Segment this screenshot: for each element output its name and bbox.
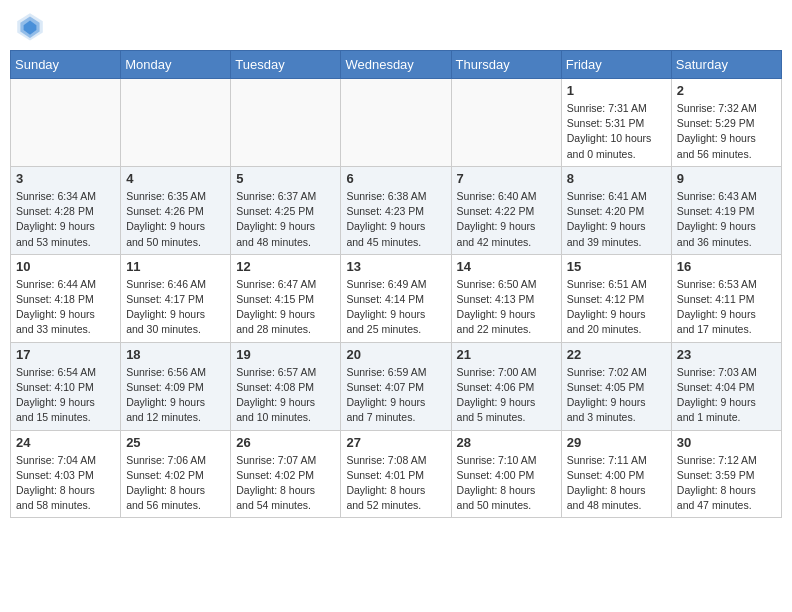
weekday-header-friday: Friday [561,51,671,79]
calendar-cell: 17Sunrise: 6:54 AM Sunset: 4:10 PM Dayli… [11,342,121,430]
calendar-cell: 16Sunrise: 6:53 AM Sunset: 4:11 PM Dayli… [671,254,781,342]
day-info: Sunrise: 6:43 AM Sunset: 4:19 PM Dayligh… [677,189,776,250]
day-number: 30 [677,435,776,450]
calendar-cell: 13Sunrise: 6:49 AM Sunset: 4:14 PM Dayli… [341,254,451,342]
day-info: Sunrise: 6:44 AM Sunset: 4:18 PM Dayligh… [16,277,115,338]
day-info: Sunrise: 6:37 AM Sunset: 4:25 PM Dayligh… [236,189,335,250]
day-info: Sunrise: 7:00 AM Sunset: 4:06 PM Dayligh… [457,365,556,426]
day-number: 2 [677,83,776,98]
day-info: Sunrise: 6:35 AM Sunset: 4:26 PM Dayligh… [126,189,225,250]
calendar-cell: 24Sunrise: 7:04 AM Sunset: 4:03 PM Dayli… [11,430,121,518]
weekday-header-sunday: Sunday [11,51,121,79]
day-number: 24 [16,435,115,450]
day-number: 8 [567,171,666,186]
weekday-header-tuesday: Tuesday [231,51,341,79]
day-number: 19 [236,347,335,362]
calendar-cell: 25Sunrise: 7:06 AM Sunset: 4:02 PM Dayli… [121,430,231,518]
calendar-cell: 29Sunrise: 7:11 AM Sunset: 4:00 PM Dayli… [561,430,671,518]
day-info: Sunrise: 6:40 AM Sunset: 4:22 PM Dayligh… [457,189,556,250]
day-info: Sunrise: 6:47 AM Sunset: 4:15 PM Dayligh… [236,277,335,338]
calendar-cell: 3Sunrise: 6:34 AM Sunset: 4:28 PM Daylig… [11,166,121,254]
day-info: Sunrise: 7:12 AM Sunset: 3:59 PM Dayligh… [677,453,776,514]
calendar-cell: 28Sunrise: 7:10 AM Sunset: 4:00 PM Dayli… [451,430,561,518]
calendar-week-2: 3Sunrise: 6:34 AM Sunset: 4:28 PM Daylig… [11,166,782,254]
day-number: 7 [457,171,556,186]
calendar-cell: 20Sunrise: 6:59 AM Sunset: 4:07 PM Dayli… [341,342,451,430]
calendar-cell: 9Sunrise: 6:43 AM Sunset: 4:19 PM Daylig… [671,166,781,254]
calendar-cell [121,79,231,167]
day-number: 26 [236,435,335,450]
day-number: 11 [126,259,225,274]
calendar-week-4: 17Sunrise: 6:54 AM Sunset: 4:10 PM Dayli… [11,342,782,430]
calendar-cell: 2Sunrise: 7:32 AM Sunset: 5:29 PM Daylig… [671,79,781,167]
weekday-header-monday: Monday [121,51,231,79]
calendar-cell: 5Sunrise: 6:37 AM Sunset: 4:25 PM Daylig… [231,166,341,254]
day-info: Sunrise: 7:07 AM Sunset: 4:02 PM Dayligh… [236,453,335,514]
weekday-header-wednesday: Wednesday [341,51,451,79]
day-info: Sunrise: 6:54 AM Sunset: 4:10 PM Dayligh… [16,365,115,426]
calendar-cell: 4Sunrise: 6:35 AM Sunset: 4:26 PM Daylig… [121,166,231,254]
day-number: 28 [457,435,556,450]
calendar-cell: 30Sunrise: 7:12 AM Sunset: 3:59 PM Dayli… [671,430,781,518]
day-info: Sunrise: 6:51 AM Sunset: 4:12 PM Dayligh… [567,277,666,338]
day-info: Sunrise: 6:57 AM Sunset: 4:08 PM Dayligh… [236,365,335,426]
calendar-cell: 11Sunrise: 6:46 AM Sunset: 4:17 PM Dayli… [121,254,231,342]
day-info: Sunrise: 6:41 AM Sunset: 4:20 PM Dayligh… [567,189,666,250]
day-info: Sunrise: 6:38 AM Sunset: 4:23 PM Dayligh… [346,189,445,250]
calendar-cell: 14Sunrise: 6:50 AM Sunset: 4:13 PM Dayli… [451,254,561,342]
calendar-table: SundayMondayTuesdayWednesdayThursdayFrid… [10,50,782,518]
calendar-cell: 23Sunrise: 7:03 AM Sunset: 4:04 PM Dayli… [671,342,781,430]
day-info: Sunrise: 7:11 AM Sunset: 4:00 PM Dayligh… [567,453,666,514]
calendar-cell: 18Sunrise: 6:56 AM Sunset: 4:09 PM Dayli… [121,342,231,430]
calendar-cell: 8Sunrise: 6:41 AM Sunset: 4:20 PM Daylig… [561,166,671,254]
day-info: Sunrise: 6:50 AM Sunset: 4:13 PM Dayligh… [457,277,556,338]
calendar-cell: 21Sunrise: 7:00 AM Sunset: 4:06 PM Dayli… [451,342,561,430]
calendar-cell [11,79,121,167]
calendar-week-5: 24Sunrise: 7:04 AM Sunset: 4:03 PM Dayli… [11,430,782,518]
day-info: Sunrise: 6:53 AM Sunset: 4:11 PM Dayligh… [677,277,776,338]
day-number: 5 [236,171,335,186]
day-info: Sunrise: 6:59 AM Sunset: 4:07 PM Dayligh… [346,365,445,426]
day-info: Sunrise: 7:10 AM Sunset: 4:00 PM Dayligh… [457,453,556,514]
calendar-cell [451,79,561,167]
calendar-cell: 22Sunrise: 7:02 AM Sunset: 4:05 PM Dayli… [561,342,671,430]
day-number: 18 [126,347,225,362]
calendar-cell: 19Sunrise: 6:57 AM Sunset: 4:08 PM Dayli… [231,342,341,430]
day-info: Sunrise: 6:46 AM Sunset: 4:17 PM Dayligh… [126,277,225,338]
day-info: Sunrise: 6:34 AM Sunset: 4:28 PM Dayligh… [16,189,115,250]
day-number: 17 [16,347,115,362]
day-number: 6 [346,171,445,186]
day-number: 14 [457,259,556,274]
day-number: 10 [16,259,115,274]
day-number: 16 [677,259,776,274]
day-number: 22 [567,347,666,362]
calendar-cell: 6Sunrise: 6:38 AM Sunset: 4:23 PM Daylig… [341,166,451,254]
day-info: Sunrise: 7:31 AM Sunset: 5:31 PM Dayligh… [567,101,666,162]
weekday-header-row: SundayMondayTuesdayWednesdayThursdayFrid… [11,51,782,79]
day-number: 12 [236,259,335,274]
day-number: 15 [567,259,666,274]
day-info: Sunrise: 6:49 AM Sunset: 4:14 PM Dayligh… [346,277,445,338]
logo [14,10,50,42]
day-info: Sunrise: 7:03 AM Sunset: 4:04 PM Dayligh… [677,365,776,426]
day-number: 9 [677,171,776,186]
day-number: 3 [16,171,115,186]
weekday-header-saturday: Saturday [671,51,781,79]
day-number: 27 [346,435,445,450]
day-info: Sunrise: 7:32 AM Sunset: 5:29 PM Dayligh… [677,101,776,162]
weekday-header-thursday: Thursday [451,51,561,79]
day-number: 21 [457,347,556,362]
day-info: Sunrise: 7:02 AM Sunset: 4:05 PM Dayligh… [567,365,666,426]
calendar-week-3: 10Sunrise: 6:44 AM Sunset: 4:18 PM Dayli… [11,254,782,342]
day-info: Sunrise: 6:56 AM Sunset: 4:09 PM Dayligh… [126,365,225,426]
calendar-cell: 15Sunrise: 6:51 AM Sunset: 4:12 PM Dayli… [561,254,671,342]
day-info: Sunrise: 7:04 AM Sunset: 4:03 PM Dayligh… [16,453,115,514]
calendar-cell: 10Sunrise: 6:44 AM Sunset: 4:18 PM Dayli… [11,254,121,342]
logo-icon [14,10,46,42]
calendar-cell: 7Sunrise: 6:40 AM Sunset: 4:22 PM Daylig… [451,166,561,254]
calendar-cell: 12Sunrise: 6:47 AM Sunset: 4:15 PM Dayli… [231,254,341,342]
day-number: 23 [677,347,776,362]
page-header [10,10,782,42]
calendar-cell: 26Sunrise: 7:07 AM Sunset: 4:02 PM Dayli… [231,430,341,518]
calendar-cell: 27Sunrise: 7:08 AM Sunset: 4:01 PM Dayli… [341,430,451,518]
